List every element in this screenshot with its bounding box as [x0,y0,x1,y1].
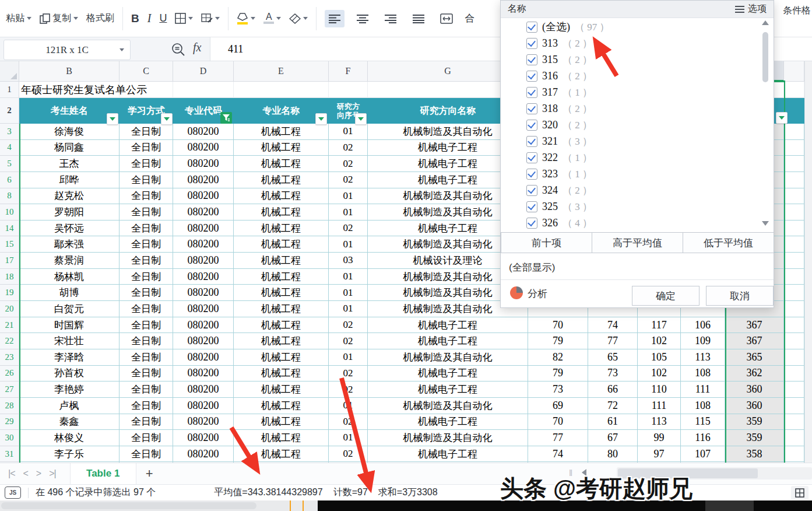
cell-name[interactable]: 邱晔 [19,172,119,188]
cell-name[interactable]: 罗朝阳 [19,204,119,220]
cell-s4[interactable]: 113 [681,349,725,366]
checkbox-checked-icon[interactable] [526,136,537,147]
cell-total[interactable]: 359 [725,430,784,446]
cell-m[interactable] [784,382,804,398]
cell-code[interactable]: 080200 [173,236,234,253]
cell-s1[interactable]: 74 [528,446,588,463]
row-number[interactable]: 6 [0,172,19,188]
cell-name[interactable]: 秦鑫 [19,414,119,430]
row-number[interactable]: 20 [0,301,19,317]
column-letter[interactable] [784,61,804,82]
zoom-formula-icon[interactable] [171,42,186,57]
vertical-scrollbar[interactable] [804,61,812,463]
cell-name[interactable]: 林俊义 [19,430,119,446]
row-number[interactable]: 23 [0,349,19,366]
checkbox-checked-icon[interactable] [526,120,537,131]
cell-style-button[interactable] [201,13,220,24]
cell-s1[interactable]: 70 [528,414,588,430]
italic-button[interactable]: I [147,12,152,25]
row-number[interactable]: 19 [0,285,19,301]
cell-mode[interactable]: 全日制 [119,124,173,140]
filter-item[interactable]: (全选)（ 97 ） [501,19,774,35]
cell-dir[interactable]: 02 [329,333,368,349]
cell-s2[interactable]: 66 [588,382,638,398]
cell-dir[interactable]: 02 [329,414,368,430]
cell-s3[interactable]: 117 [638,317,681,334]
cell-s4[interactable]: 115 [681,414,725,430]
cell-mode[interactable]: 全日制 [119,172,173,188]
checkbox-checked-icon[interactable] [526,218,537,229]
cell-major[interactable]: 机械工程 [234,414,329,430]
row-number[interactable]: 27 [0,382,19,398]
cell-s2[interactable]: 77 [588,333,638,349]
checkbox-checked-icon[interactable] [526,87,537,98]
cell-major[interactable]: 机械工程 [234,220,329,237]
row-number[interactable]: 2 [0,98,19,124]
cell-mode[interactable]: 全日制 [119,446,173,463]
cell-m[interactable] [784,253,804,269]
analyze-button[interactable]: 分析 [528,287,547,300]
ok-button[interactable]: 确定 [632,286,699,306]
cell-mode[interactable]: 全日制 [119,333,173,349]
cell-name[interactable]: 王杰 [19,156,119,172]
cell-total[interactable]: 367 [725,317,784,334]
cell-dir[interactable]: 01 [329,430,368,446]
checkbox-checked-icon[interactable] [526,201,537,212]
filter-item[interactable]: 321（ 3 ） [501,133,774,149]
filter-item[interactable]: 315（ 2 ） [501,51,774,68]
cell-code[interactable]: 080200 [173,285,234,301]
cell-dir[interactable]: 01 [329,188,368,205]
cell[interactable] [784,82,804,98]
scroll-down-icon[interactable] [762,221,769,226]
cell-mode[interactable]: 全日制 [119,382,173,398]
cell-s1[interactable]: 73 [528,382,588,398]
cell-m[interactable] [784,333,804,349]
cell-major[interactable]: 机械工程 [234,188,329,205]
grid-view-button[interactable] [791,486,809,500]
row-number[interactable]: 10 [0,204,19,220]
cell-name[interactable]: 李子乐 [19,446,119,463]
cell-dir[interactable]: 01 [329,349,368,366]
cell-s2[interactable]: 61 [588,414,638,430]
conditional-format-button[interactable]: 条件格 [783,5,811,17]
borders-button[interactable] [175,13,193,24]
copy-button[interactable]: 复制 [40,12,78,24]
cell-dir[interactable]: 02 [329,140,368,156]
cell-code[interactable]: 080200 [173,172,234,188]
cell-s4[interactable]: 109 [681,333,725,349]
cell-name[interactable]: 徐海俊 [19,124,119,140]
cell-m[interactable] [784,269,804,285]
cell-mode[interactable]: 全日制 [119,366,173,382]
filter-item[interactable]: 322（ 1 ） [501,149,774,166]
justify-button[interactable] [409,10,428,27]
cell-total[interactable]: 362 [725,366,784,382]
row-number[interactable]: 31 [0,446,19,463]
cell-total[interactable]: 358 [725,446,784,463]
cell-dir[interactable]: 02 [329,317,368,334]
row-number[interactable]: 15 [0,236,19,253]
header-major[interactable]: 专业名称 [234,98,329,124]
cell-m[interactable] [784,236,804,253]
cell-code[interactable]: 080200 [173,156,234,172]
column-letter-C[interactable]: C [119,61,173,82]
row-number[interactable]: 1 [0,82,19,98]
checkbox-checked-icon[interactable] [526,103,537,114]
cell-m[interactable] [784,156,804,172]
cell-s2[interactable]: 65 [588,349,638,366]
cell-s4[interactable]: 107 [681,446,725,463]
cell-total[interactable]: 359 [725,414,784,430]
paste-button[interactable]: 粘贴 [6,12,31,24]
cell-mode[interactable]: 全日制 [119,285,173,301]
cell[interactable] [173,82,234,98]
cell-s1[interactable]: 69 [528,398,588,414]
cell-major[interactable]: 机械工程 [234,301,329,317]
cell-dir_name[interactable]: 机械制造及其自动化 [368,349,528,366]
checkbox-checked-icon[interactable] [526,169,537,180]
cell-major[interactable]: 机械工程 [234,333,329,349]
cell-major[interactable]: 机械工程 [234,430,329,446]
cell-dir[interactable]: 01 [329,285,368,301]
cancel-button[interactable]: 取消 [706,286,774,306]
cell-code[interactable]: 080200 [173,269,234,285]
cell-s4[interactable]: 106 [681,317,725,334]
cell-s2[interactable]: 72 [588,398,638,414]
